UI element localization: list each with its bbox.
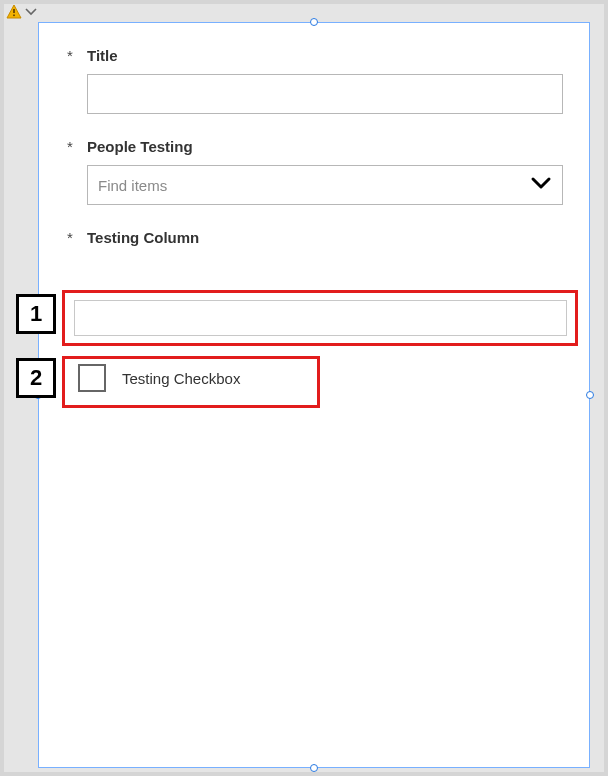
field-testing-checkbox: Testing Checkbox — [78, 364, 240, 392]
combo-placeholder: Find items — [98, 177, 167, 194]
resize-handle-top[interactable] — [310, 18, 318, 26]
svg-rect-2 — [13, 15, 15, 17]
field-people-testing: * People Testing Find items — [67, 138, 561, 205]
field-title: * Title — [67, 47, 561, 114]
callout-1: 1 — [16, 294, 56, 334]
field-testing-column: * Testing Column — [67, 229, 561, 246]
label-testing-checkbox: Testing Checkbox — [122, 370, 240, 387]
design-canvas: * Title * People Testing Find items — [4, 4, 604, 772]
warning-icon — [6, 4, 22, 20]
form-container-selected[interactable]: * Title * People Testing Find items — [38, 22, 590, 768]
chevron-down-icon — [530, 172, 552, 198]
callout-2: 2 — [16, 358, 56, 398]
required-marker: * — [67, 138, 77, 155]
label-title: Title — [87, 47, 118, 64]
chevron-down-icon[interactable] — [24, 5, 38, 19]
label-testing-column: Testing Column — [87, 229, 199, 246]
input-title[interactable] — [87, 74, 563, 114]
resize-handle-bottom[interactable] — [310, 764, 318, 772]
resize-handle-right[interactable] — [586, 391, 594, 399]
callout-2-number: 2 — [30, 365, 42, 391]
combo-people-testing[interactable]: Find items — [87, 165, 563, 205]
checkbox-testing[interactable] — [78, 364, 106, 392]
required-marker: * — [67, 47, 77, 64]
required-marker: * — [67, 229, 77, 246]
control-toolbar — [6, 4, 38, 20]
label-people-testing: People Testing — [87, 138, 193, 155]
callout-1-number: 1 — [30, 301, 42, 327]
svg-rect-1 — [13, 9, 15, 13]
input-testing-column[interactable] — [74, 300, 567, 336]
form-body: * Title * People Testing Find items — [39, 23, 589, 294]
